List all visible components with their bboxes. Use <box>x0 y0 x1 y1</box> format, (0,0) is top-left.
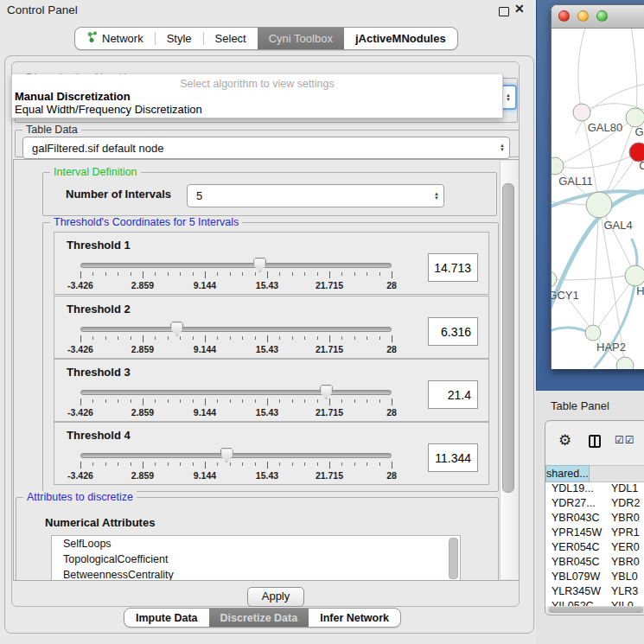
tab-impute-data-label: Impute Data <box>136 612 198 624</box>
slider-ticks <box>80 462 392 469</box>
column-layout-button[interactable] <box>589 435 601 448</box>
tab-cyni-toolbox[interactable]: Cyni Toolbox <box>258 28 344 49</box>
popup-option-manual-discretization[interactable]: Manual Discretization <box>15 90 131 103</box>
vertical-scrollbar-track[interactable] <box>500 161 518 579</box>
table-row[interactable]: YDR27...YDR2 <box>545 497 644 512</box>
network-window-titlebar[interactable] <box>552 5 644 29</box>
tab-select-label: Select <box>215 32 246 45</box>
right-region: GAL80GACGAL11GAL4HGCY1HAP2 Table Panel ⚙… <box>536 0 644 644</box>
tab-infer-network[interactable]: Infer Network <box>309 609 400 627</box>
control-panel-title: Control Panel <box>7 3 78 16</box>
slider-track[interactable] <box>80 390 392 395</box>
float-window-button[interactable] <box>499 7 509 16</box>
network-node-hap2[interactable] <box>585 325 601 341</box>
slider-track[interactable] <box>80 453 392 458</box>
slider-track[interactable] <box>80 263 392 268</box>
network-node-gcy1[interactable] <box>552 271 557 287</box>
threshold-3-value-field[interactable]: 21.4 <box>428 380 478 409</box>
table-row[interactable]: YBR045CYBR0 <box>545 556 644 571</box>
network-node-label: GAL11 <box>558 175 593 188</box>
network-node-gal4[interactable] <box>586 192 612 218</box>
tab-jactivemnodules[interactable]: jActiveMNodules <box>344 28 457 49</box>
threshold-2-slider[interactable]: -3.4262.8599.14415.4321.71528 <box>80 321 392 355</box>
tab-style[interactable]: Style <box>156 28 203 49</box>
network-node-ga[interactable] <box>626 108 644 127</box>
list-scrollbar[interactable] <box>449 538 458 579</box>
column-header-name[interactable]: n <box>590 465 644 482</box>
cyni-toolbox-panel: Discretization Algorithm ▲▼ Table Data g… <box>4 55 534 634</box>
cell-shared-name[interactable]: YBR045C <box>545 556 604 571</box>
network-node-h[interactable] <box>625 265 644 286</box>
horizontal-scrollbar-track[interactable] <box>547 606 644 614</box>
num-intervals-combobox[interactable]: 5 ▲▼ <box>187 184 444 207</box>
threshold-1-value-field[interactable]: 14.713 <box>428 253 478 282</box>
table-row[interactable]: YPR145WYPR1 <box>545 526 644 541</box>
settings-scroll-panel: Interval Definition Number of Intervals … <box>13 159 520 581</box>
cell-name[interactable]: YBL0 <box>604 571 644 585</box>
table-data-combobox[interactable]: galFiltered.sif default node ▲▼ <box>22 137 510 159</box>
cell-shared-name[interactable]: YIL052C <box>545 600 604 606</box>
network-view-window: GAL80GACGAL11GAL4HGCY1HAP2 <box>551 4 644 369</box>
cell-name[interactable]: YBR0 <box>604 556 644 571</box>
network-node-label: C <box>639 159 644 172</box>
tab-network[interactable]: Network <box>75 28 155 49</box>
zoom-window-button[interactable] <box>596 10 608 22</box>
table-row[interactable]: YBR043CYBR0 <box>545 512 644 526</box>
minimize-window-button[interactable] <box>577 10 589 22</box>
network-node[interactable] <box>616 357 634 369</box>
table-settings-gear-button[interactable]: ⚙ <box>558 433 571 448</box>
cell-name[interactable]: YER0 <box>604 541 644 556</box>
attribute-item[interactable]: SelfLoops <box>52 536 460 552</box>
column-header-shared-name[interactable]: shared... <box>545 465 590 482</box>
table-row[interactable]: YBL079WYBL0 <box>545 571 644 585</box>
cyni-mode-tabbar: Impute Data Discretize Data Infer Networ… <box>124 608 401 628</box>
tab-discretize-data[interactable]: Discretize Data <box>209 609 309 627</box>
threshold-1-slider-thumb[interactable] <box>253 258 266 272</box>
threshold-4-value-field[interactable]: 11.344 <box>428 443 478 472</box>
table-row[interactable]: YER054CYER0 <box>545 541 644 556</box>
network-node-label: H <box>636 284 644 297</box>
cell-name[interactable]: YPR1 <box>604 526 644 541</box>
cell-shared-name[interactable]: YBL079W <box>545 571 604 585</box>
table-row[interactable]: YIL052CYIL0 <box>545 600 644 606</box>
threshold-2-value-field[interactable]: 6.316 <box>428 317 478 346</box>
cell-shared-name[interactable]: YLR345W <box>545 585 604 600</box>
cell-name[interactable]: YBR0 <box>604 512 644 526</box>
threshold-4-slider-thumb[interactable] <box>220 448 233 462</box>
threshold-4-slider[interactable]: -3.4262.8599.14415.4321.71528 <box>80 447 392 481</box>
algorithm-dropdown-popup: Select algorithm to view settings Manual… <box>11 74 503 118</box>
slider-track[interactable] <box>80 327 392 332</box>
horizontal-scrollbar-thumb[interactable] <box>549 607 643 613</box>
cell-shared-name[interactable]: YPR145W <box>545 526 604 541</box>
threshold-1-slider[interactable]: -3.4262.8599.14415.4321.71528 <box>80 257 392 291</box>
slider-tick-labels: -3.4262.8599.14415.4321.71528 <box>80 407 392 418</box>
tab-impute-data[interactable]: Impute Data <box>124 609 209 627</box>
table-row[interactable]: YLR345WYLR3 <box>545 585 644 600</box>
attribute-item[interactable]: TopologicalCoefficient <box>52 552 460 567</box>
threshold-2-slider-thumb[interactable] <box>170 322 183 336</box>
threshold-3-slider-thumb[interactable] <box>320 385 333 399</box>
cell-name[interactable]: YLR3 <box>604 585 644 600</box>
cell-shared-name[interactable]: YER054C <box>545 541 604 556</box>
cell-name[interactable]: YDL1 <box>604 482 644 497</box>
cell-name[interactable]: YIL0 <box>604 600 644 606</box>
threshold-3-slider[interactable]: -3.4262.8599.14415.4321.71528 <box>80 384 392 418</box>
table-row[interactable]: YDL19...YDL1 <box>545 482 644 497</box>
network-canvas[interactable]: GAL80GACGAL11GAL4HGCY1HAP2 <box>552 29 644 369</box>
slider-tick-labels: -3.4262.8599.14415.4321.71528 <box>80 470 392 481</box>
close-panel-button[interactable]: ✕ <box>514 2 525 16</box>
select-columns-button[interactable]: ☑☑ <box>615 434 635 446</box>
cell-shared-name[interactable]: YBR043C <box>545 512 604 526</box>
interval-definition-fieldset: Interval Definition Number of Intervals … <box>42 172 497 216</box>
tab-select[interactable]: Select <box>204 28 258 49</box>
cell-shared-name[interactable]: YDL19... <box>545 482 604 497</box>
vertical-scrollbar-thumb[interactable] <box>502 183 514 493</box>
popup-option-equal-width-frequency[interactable]: Equal Width/Frequency Discretization <box>15 103 202 116</box>
cell-name[interactable]: YDR2 <box>604 497 644 512</box>
apply-button[interactable]: Apply <box>247 587 304 607</box>
close-window-button[interactable] <box>558 10 570 22</box>
control-panel-tabbar: Network Style Select Cyni Toolbox jActiv… <box>74 27 458 50</box>
attribute-item[interactable]: BetweennessCentrality <box>52 567 460 581</box>
network-node-gal80[interactable] <box>573 104 590 121</box>
cell-shared-name[interactable]: YDR27... <box>545 497 604 512</box>
